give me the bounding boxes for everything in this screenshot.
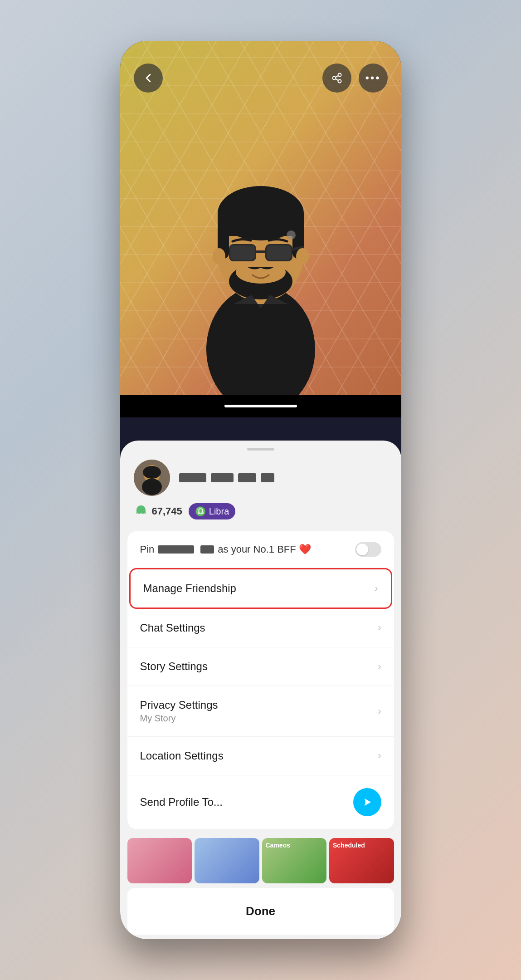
stories-strip: Cameos Scheduled: [120, 833, 401, 888]
badges-row: 67,745 ♎ Libra: [120, 503, 401, 527]
svg-point-0: [338, 74, 341, 77]
zodiac-badge[interactable]: ♎ Libra: [189, 503, 235, 519]
snap-score-badge[interactable]: 67,745: [134, 504, 182, 519]
manage-friendship-chevron: ›: [375, 583, 378, 594]
svg-rect-15: [230, 245, 255, 260]
svg-line-3: [336, 76, 338, 78]
done-button[interactable]: Done: [138, 897, 383, 926]
svg-point-2: [338, 80, 341, 83]
pin-row: Pin as your No.1 BFF ❤️: [127, 531, 394, 568]
pin-label-suffix: as your No.1 BFF ❤️: [218, 544, 311, 555]
username-blocks: [179, 473, 274, 482]
location-settings-label: Location Settings: [140, 750, 224, 762]
snap-score: 67,745: [152, 505, 182, 517]
zodiac-symbol: ♎: [195, 506, 206, 517]
manage-friendship-highlight-border: Manage Friendship ›: [129, 568, 392, 609]
story-thumb-1[interactable]: [127, 838, 192, 883]
bottom-bar: [120, 395, 401, 417]
pin-text: Pin as your No.1 BFF ❤️: [140, 544, 311, 555]
story-settings-chevron: ›: [378, 661, 381, 672]
chat-settings-chevron: ›: [378, 622, 381, 634]
story-thumb-2[interactable]: [195, 838, 259, 883]
svg-point-28: [146, 480, 158, 487]
svg-marker-29: [365, 799, 371, 806]
ghost-icon: [134, 504, 148, 519]
location-settings-item[interactable]: Location Settings ›: [127, 737, 394, 775]
svg-point-20: [213, 248, 225, 265]
pin-name-block-2: [200, 545, 214, 554]
done-button-container: Done: [127, 888, 394, 935]
svg-point-26: [143, 466, 161, 479]
pin-label-prefix: Pin: [140, 544, 155, 555]
send-profile-row[interactable]: Send Profile To...: [127, 775, 394, 829]
privacy-settings-chevron: ›: [378, 706, 381, 717]
story-settings-label: Story Settings: [140, 660, 208, 673]
svg-rect-16: [267, 245, 291, 260]
svg-line-4: [336, 79, 338, 81]
send-profile-button[interactable]: [353, 788, 381, 816]
zodiac-label: Libra: [209, 506, 229, 517]
bitmoji-svg: [179, 132, 342, 395]
location-settings-chevron: ›: [378, 750, 381, 762]
share-icon: [331, 72, 343, 84]
phone-container: •••: [120, 41, 401, 939]
more-button[interactable]: •••: [359, 64, 388, 93]
story-thumb-3-text: Cameos: [262, 838, 327, 853]
drag-handle: [247, 448, 274, 451]
username-block-4: [261, 473, 274, 482]
hero-avatar: [179, 132, 342, 395]
privacy-settings-text: Privacy Settings My Story: [140, 699, 218, 724]
back-icon: [142, 72, 155, 84]
more-dots-icon: •••: [365, 72, 380, 84]
username-area: [179, 473, 274, 482]
story-thumb-4-text: Scheduled: [329, 838, 394, 853]
share-button[interactable]: [322, 64, 351, 93]
manage-friendship-label: Manage Friendship: [143, 582, 236, 595]
username-block-3: [238, 473, 256, 482]
svg-point-21: [296, 248, 309, 265]
username-block-1: [179, 473, 206, 482]
menu-card: Pin as your No.1 BFF ❤️ Manage Friendshi…: [127, 531, 394, 829]
privacy-settings-sublabel: My Story: [140, 713, 218, 724]
privacy-settings-item[interactable]: Privacy Settings My Story ›: [127, 686, 394, 737]
hero-section: •••: [120, 41, 401, 395]
svg-point-1: [332, 77, 336, 80]
privacy-settings-label: Privacy Settings: [140, 699, 218, 711]
pin-name-block-1: [158, 545, 194, 554]
story-thumb-3[interactable]: Cameos: [262, 838, 327, 883]
send-icon: [361, 796, 374, 808]
small-avatar: [134, 460, 170, 496]
small-avatar-svg: [134, 460, 170, 496]
chat-settings-item[interactable]: Chat Settings ›: [127, 609, 394, 647]
bottom-sheet: 67,745 ♎ Libra Pin as your No.1 BFF ❤️: [120, 441, 401, 939]
story-thumb-4[interactable]: Scheduled: [329, 838, 394, 883]
profile-row: [120, 460, 401, 503]
svg-point-19: [236, 261, 286, 284]
back-button[interactable]: [134, 64, 163, 93]
home-indicator: [224, 405, 297, 407]
chat-settings-label: Chat Settings: [140, 622, 205, 634]
manage-friendship-item[interactable]: Manage Friendship ›: [131, 569, 391, 608]
pin-toggle[interactable]: [355, 542, 381, 557]
username-block-2: [211, 473, 234, 482]
svg-point-22: [287, 230, 296, 240]
story-settings-item[interactable]: Story Settings ›: [127, 647, 394, 686]
send-profile-label: Send Profile To...: [140, 796, 223, 808]
